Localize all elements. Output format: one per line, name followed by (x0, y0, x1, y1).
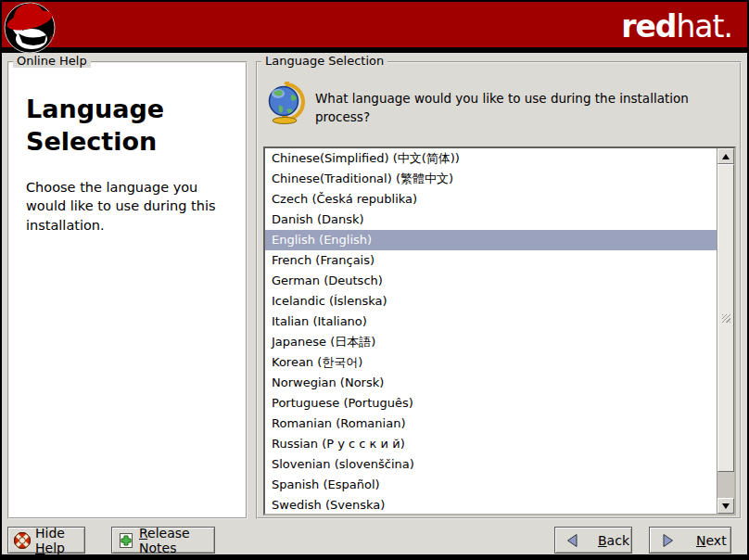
release-notes-label: Release Notes (139, 526, 214, 555)
language-list-item[interactable]: German (Deutsch) (265, 271, 717, 291)
back-label: Back (598, 533, 629, 548)
left-arrow-icon (565, 532, 581, 549)
language-list-item[interactable]: Russian (Р у с с к и й) (265, 434, 717, 454)
redhat-shadowman-logo: ® (4, 2, 56, 54)
up-arrow-icon (722, 154, 730, 159)
language-list-item[interactable]: Japanese (日本語) (265, 332, 717, 352)
language-list-item[interactable]: Danish (Dansk) (265, 210, 717, 230)
release-notes-button[interactable]: Release Notes (111, 527, 215, 554)
language-selection-frame-label: Language Selection (261, 54, 387, 68)
question-text: What language would you like to use duri… (315, 89, 716, 127)
language-list: Chinese(Simplified) (中文(简体))Chinese(Trad… (265, 148, 717, 514)
language-listbox: Chinese(Simplified) (中文(简体))Chinese(Trad… (263, 146, 736, 515)
language-list-item[interactable]: English (English) (265, 230, 717, 250)
next-label: Next (696, 533, 727, 548)
language-list-item[interactable]: Portuguese (Português) (265, 393, 717, 414)
language-list-item[interactable]: Chinese(Simplified) (中文(简体)) (265, 148, 717, 169)
svg-text:®: ® (48, 35, 55, 43)
scrollbar-thumb[interactable] (717, 164, 734, 472)
language-list-item[interactable]: Swedish (Svenska) (265, 495, 717, 514)
scrollbar-down-button[interactable] (717, 498, 734, 514)
language-list-item[interactable]: Slovenian (slovenščina) (265, 454, 717, 475)
language-selection-panel: Language Selection What language would y… (256, 61, 742, 519)
help-body-text: Choose the language you would like to us… (26, 178, 237, 235)
next-button[interactable]: Next (649, 527, 731, 554)
language-list-item[interactable]: Norwegian (Norsk) (265, 373, 717, 393)
language-list-item[interactable]: Korean (한국어) (265, 352, 717, 373)
installer-window: redhat. ® Online Help Language Selection… (0, 0, 749, 560)
scrollbar-up-button[interactable] (717, 148, 734, 164)
online-help-frame-label: Online Help (13, 54, 91, 68)
language-list-item[interactable]: Italian (Italiano) (265, 312, 717, 332)
language-list-item[interactable]: French (Français) (265, 250, 717, 271)
down-arrow-icon (722, 503, 730, 509)
brand-bold: red (621, 8, 676, 45)
add-note-icon (117, 531, 135, 550)
right-arrow-icon (659, 532, 676, 549)
language-list-item[interactable]: Chinese(Traditional) (繁體中文) (265, 169, 717, 189)
globe-icon (266, 82, 305, 124)
language-list-item[interactable]: Icelandic (Íslenska) (265, 291, 717, 312)
help-title: Language Selection (26, 93, 230, 158)
online-help-panel: Online Help Language Selection Choose th… (7, 61, 248, 519)
header-bar: redhat. (0, 0, 749, 53)
list-scrollbar[interactable] (717, 148, 734, 514)
language-list-item[interactable]: Romanian (Romanian) (265, 414, 717, 434)
back-button[interactable]: Back (554, 527, 632, 554)
hide-help-button[interactable]: Hide Help (7, 527, 85, 554)
hide-help-label: Hide Help (35, 526, 84, 555)
thumb-grip (722, 314, 730, 323)
lifebuoy-icon (13, 531, 32, 550)
redhat-wordmark: redhat. (621, 8, 732, 45)
language-list-item[interactable]: Spanish (Español) (265, 475, 717, 495)
language-list-item[interactable]: Czech (Česká republika) (265, 189, 717, 210)
brand-rest: hat. (676, 8, 732, 45)
